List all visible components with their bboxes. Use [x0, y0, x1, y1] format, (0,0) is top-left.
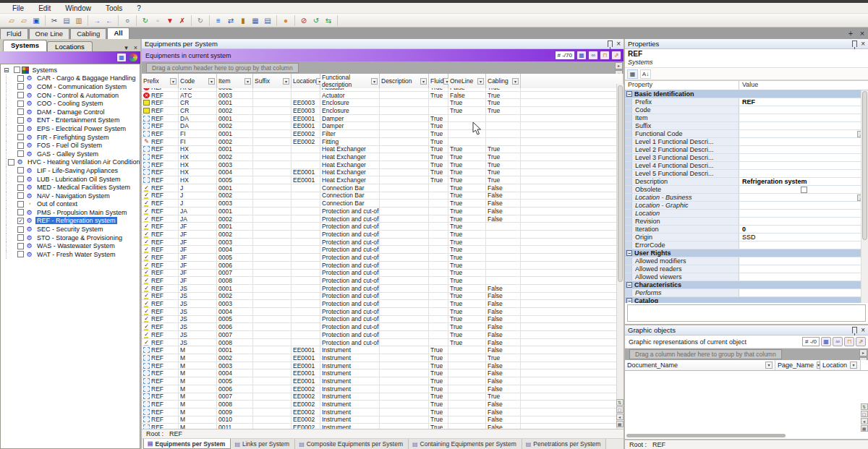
tree-item-label[interactable]: DAM - Damage Control: [35, 108, 106, 116]
layout-grid-icon[interactable]: ▦: [861, 425, 868, 432]
property-group-user-rights[interactable]: −User Rights: [625, 249, 868, 257]
filter-dropdown-icon[interactable]: ▾: [512, 78, 519, 85]
tree-item-checkbox[interactable]: [17, 251, 24, 257]
refresh-green-icon[interactable]: ↻: [140, 15, 151, 26]
tree-item-checkbox[interactable]: [17, 184, 24, 191]
column-chooser-icon[interactable]: ▸: [615, 62, 623, 69]
explorer-tab-systems[interactable]: Systems: [3, 40, 47, 51]
tree-item-label[interactable]: FOS - Fuel Oil System: [35, 142, 103, 149]
unlock-icon[interactable]: ⊓: [600, 51, 610, 60]
property-value[interactable]: [739, 273, 868, 281]
collapse-icon[interactable]: −: [626, 250, 632, 256]
table-row[interactable]: ✓REFJS0008Protection and cut-off/sh..Tru…: [142, 339, 624, 347]
tree-item[interactable]: ⚙CAR - Cargo & Baggage Handling: [1, 74, 140, 83]
property-group-catalog[interactable]: −Catalog: [625, 297, 868, 303]
property-group-characteristics[interactable]: −Characteristics: [625, 281, 868, 289]
table-row[interactable]: ✓REFJA0001Protection and cut-off/sh..Tru…: [142, 208, 624, 215]
column-header-suffix[interactable]: Suffix▾: [253, 74, 292, 88]
vertical-scrollbar[interactable]: [616, 84, 624, 429]
tree-item-label[interactable]: COM - Communication System: [35, 83, 128, 90]
filter-dropdown-icon[interactable]: ▾: [371, 78, 378, 85]
tree-item-checkbox[interactable]: [17, 226, 24, 233]
tree-item-label[interactable]: CON - Control & Automation: [35, 92, 120, 99]
property-row[interactable]: Level 4 Functional Descri...: [625, 162, 868, 170]
table-row[interactable]: ✓REFJ0003Connection BarTrueFalse: [142, 200, 624, 208]
table-row[interactable]: ✕REFATC0003ActuatorTrueFalseTrue: [142, 92, 624, 100]
property-value[interactable]: 0: [739, 226, 868, 233]
table-row[interactable]: ✓REFJ0002Connection BarTrueFalse: [142, 192, 624, 200]
property-value[interactable]: [739, 265, 868, 273]
layout-grid-icon[interactable]: ▦: [616, 421, 624, 427]
group-by-hint[interactable]: Drag a column header here to group by th…: [629, 349, 782, 359]
bottom-tab-composite-equipments-per-system[interactable]: ▤Composite Equipments per System: [295, 439, 409, 449]
property-value[interactable]: [739, 154, 868, 161]
link-icon[interactable]: ∞: [833, 337, 843, 346]
sync-icon[interactable]: ↺: [310, 15, 322, 26]
export-icon[interactable]: ◂: [861, 418, 868, 424]
table-row[interactable]: ✓REFJ0001Connection BarTrueFalse: [142, 184, 624, 192]
tree-item[interactable]: ⚙STO - Storage & Provisioning: [1, 234, 140, 242]
hot-point-icon[interactable]: ●: [280, 15, 292, 26]
view-tab-fluid[interactable]: Fluid: [0, 28, 28, 39]
push-icon[interactable]: ⇗: [611, 51, 621, 60]
tree-item[interactable]: ⚙EPS - Electrical Power System: [1, 124, 140, 133]
gobj-column-document_name[interactable]: Document_Name▾: [625, 360, 775, 370]
table-row[interactable]: REFHX0001Heat ExchangerTrueTrueTrue: [142, 146, 624, 154]
filter-dropdown-icon[interactable]: ▾: [420, 78, 427, 85]
collapse-icon[interactable]: −: [626, 91, 632, 97]
menu-tools[interactable]: Tools: [99, 4, 129, 13]
property-row[interactable]: Location: [625, 210, 868, 218]
view-tab-cabling[interactable]: Cabling: [70, 28, 106, 39]
tree-item-checkbox[interactable]: [17, 125, 24, 132]
pan-icon[interactable]: ⇅: [616, 399, 624, 406]
save-icon[interactable]: ▣: [30, 15, 42, 26]
tree-item[interactable]: ⚙MED - Medical Facilities System: [1, 183, 140, 192]
table-row[interactable]: ✓REFJS0001Protection and cut-off/sh..Tru…: [142, 285, 624, 293]
close-icon[interactable]: ×: [131, 44, 140, 51]
tree-item[interactable]: ◔Out of context: [1, 200, 140, 209]
column-header-fluid[interactable]: Fluid▾: [429, 74, 448, 88]
tree-item-checkbox[interactable]: [17, 117, 24, 124]
list-blue-icon[interactable]: ≡: [213, 15, 224, 26]
property-value[interactable]: [739, 162, 868, 169]
tree-item-checkbox[interactable]: [17, 150, 24, 157]
filter-dropdown-icon[interactable]: ▾: [244, 78, 251, 85]
open-icon[interactable]: ▱: [6, 15, 17, 26]
tree-item-checkbox[interactable]: [17, 83, 24, 90]
tree-item-label[interactable]: FIR - Firefighting System: [35, 134, 111, 141]
view-tab-one-line[interactable]: One Line: [29, 28, 70, 39]
filter-dropdown-icon[interactable]: ▾: [170, 78, 176, 85]
table-row[interactable]: REFM0008EE0002InstrumentTrueFalse: [142, 401, 624, 409]
tree-root-checkbox[interactable]: [14, 67, 20, 73]
tree-item-label[interactable]: REF - Refrigeration system: [35, 217, 117, 224]
table-row[interactable]: REFCR0001EE0003EnclosureTrueTrue: [142, 99, 624, 107]
property-value[interactable]: [739, 138, 868, 145]
transfer-icon[interactable]: ⇄: [225, 15, 237, 26]
table-row[interactable]: ✓REFJF0001Protection and cut-off/sh..Tru…: [142, 223, 624, 231]
save-grid-icon[interactable]: ▦: [821, 337, 831, 346]
table-row[interactable]: ✓REFJA0002Protection and cut-off/sh..Tru…: [142, 215, 624, 223]
property-value[interactable]: [739, 241, 868, 249]
table-row[interactable]: REFM0003EE0001InstrumentTrueFalse: [142, 362, 624, 370]
property-value[interactable]: [739, 257, 868, 265]
tree-item[interactable]: ⚙CON - Control & Automation: [1, 91, 140, 100]
tree-item-label[interactable]: LUB - Lubrication Oil System: [35, 176, 122, 183]
table-row[interactable]: REFDA0001EE0001DamperTrue: [142, 115, 624, 123]
collapse-icon[interactable]: −: [626, 282, 632, 288]
property-value[interactable]: [739, 289, 868, 296]
property-row[interactable]: Suffix: [625, 122, 868, 130]
nav-forward-icon[interactable]: →: [91, 15, 103, 26]
scrollbar-thumb[interactable]: [618, 85, 623, 282]
add-tab-button[interactable]: +: [845, 29, 856, 39]
bottom-tab-penetrations-per-system[interactable]: ▤Penetrations per System: [522, 439, 607, 449]
property-row[interactable]: Code: [625, 106, 868, 114]
tree-item-checkbox[interactable]: [17, 101, 24, 107]
tree-item[interactable]: ⚙COO - Cooling System: [1, 99, 140, 108]
property-value[interactable]: [739, 186, 868, 193]
filter-dropdown-icon[interactable]: ▾: [477, 78, 484, 85]
filter-dropdown-icon[interactable]: ▾: [283, 78, 289, 85]
tree-item-label[interactable]: MED - Medical Facilities System: [35, 184, 132, 191]
tree-item[interactable]: ⚙WAS - Wastewater System: [1, 241, 140, 250]
pin-icon[interactable]: [608, 40, 613, 47]
property-row[interactable]: Performs: [625, 289, 868, 297]
